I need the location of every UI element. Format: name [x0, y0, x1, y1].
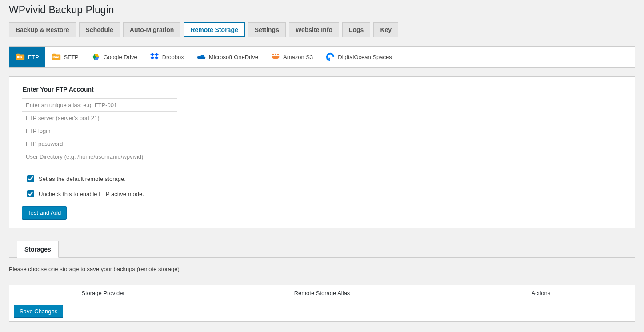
save-row: Save Changes	[9, 301, 635, 321]
storage-type-label: FTP	[28, 54, 39, 60]
default-storage-checkbox[interactable]	[27, 175, 34, 182]
storage-type-label: DigitalOcean Spaces	[338, 54, 392, 60]
form-heading: Enter Your FTP Account	[23, 86, 626, 93]
storage-type-dropbox[interactable]: Dropbox	[144, 47, 190, 67]
main-nav-tabs: Backup & Restore Schedule Auto-Migration…	[9, 22, 635, 37]
default-storage-checkbox-row[interactable]: Set as the default remote storage.	[27, 175, 626, 182]
ftp-folder-icon: FTP	[16, 52, 25, 62]
svg-rect-7	[329, 58, 331, 60]
svg-point-4	[272, 54, 274, 56]
svg-point-6	[277, 54, 279, 56]
active-mode-checkbox[interactable]	[27, 190, 34, 197]
default-storage-label: Set as the default remote storage.	[39, 176, 126, 182]
server-input[interactable]	[22, 111, 177, 124]
tab-remote-storage[interactable]: Remote Storage	[184, 22, 244, 37]
svg-point-5	[275, 54, 276, 56]
tab-settings[interactable]: Settings	[248, 22, 286, 37]
tab-logs[interactable]: Logs	[342, 22, 370, 37]
tab-auto-migration[interactable]: Auto-Migration	[123, 22, 181, 37]
tab-key[interactable]: Key	[373, 22, 398, 37]
login-input[interactable]	[22, 124, 177, 137]
storage-hint: Please choose one storage to save your b…	[9, 266, 635, 272]
storage-type-sftp[interactable]: SFTP SFTP	[45, 47, 85, 67]
active-mode-checkbox-row[interactable]: Uncheck this to enable FTP active mode.	[27, 190, 626, 197]
storage-type-label: Google Drive	[104, 54, 137, 60]
storage-type-tabs: FTP FTP SFTP SFTP Google Drive Dropbox M…	[9, 46, 635, 68]
table-header: Storage Provider Remote Storage Alias Ac…	[9, 285, 635, 301]
sub-tab-storages[interactable]: Storages	[17, 241, 59, 258]
google-drive-icon	[91, 52, 101, 62]
alias-input[interactable]	[22, 98, 177, 112]
test-and-add-button[interactable]: Test and Add	[22, 206, 67, 219]
col-actions: Actions	[447, 290, 635, 296]
storage-table: Storage Provider Remote Storage Alias Ac…	[9, 285, 635, 322]
dropbox-icon	[150, 52, 160, 62]
svg-rect-8	[328, 60, 329, 61]
password-input[interactable]	[22, 137, 177, 150]
storage-type-label: Amazon S3	[283, 54, 313, 60]
svg-rect-9	[327, 59, 328, 60]
page-title: WPvivid Backup Plugin	[9, 0, 635, 18]
active-mode-label: Uncheck this to enable FTP active mode.	[39, 191, 144, 197]
save-changes-button[interactable]: Save Changes	[14, 305, 63, 318]
userdir-input[interactable]	[22, 150, 177, 163]
col-storage-alias: Remote Storage Alias	[197, 290, 447, 296]
onedrive-icon	[196, 52, 206, 62]
amazon-s3-icon	[271, 52, 280, 62]
storage-type-digitalocean[interactable]: DigitalOcean Spaces	[319, 47, 398, 67]
digitalocean-icon	[325, 52, 335, 62]
tab-backup-restore[interactable]: Backup & Restore	[9, 22, 76, 37]
col-storage-provider: Storage Provider	[9, 290, 197, 296]
tab-schedule[interactable]: Schedule	[79, 22, 120, 37]
storage-type-amazon-s3[interactable]: Amazon S3	[264, 47, 319, 67]
storage-type-google-drive[interactable]: Google Drive	[85, 47, 144, 67]
storage-type-label: SFTP	[64, 54, 79, 60]
ftp-account-form: Enter Your FTP Account Set as the defaul…	[9, 76, 635, 228]
tab-website-info[interactable]: Website Info	[289, 22, 339, 37]
storage-type-label: Microsoft OneDrive	[209, 54, 258, 60]
storage-type-label: Dropbox	[162, 54, 184, 60]
sub-tabs: Storages	[9, 241, 635, 258]
svg-text:SFTP: SFTP	[53, 56, 58, 58]
storage-type-onedrive[interactable]: Microsoft OneDrive	[190, 47, 264, 67]
sftp-folder-icon: SFTP	[52, 52, 61, 62]
svg-text:FTP: FTP	[18, 56, 22, 58]
storage-type-ftp[interactable]: FTP FTP	[9, 47, 45, 67]
